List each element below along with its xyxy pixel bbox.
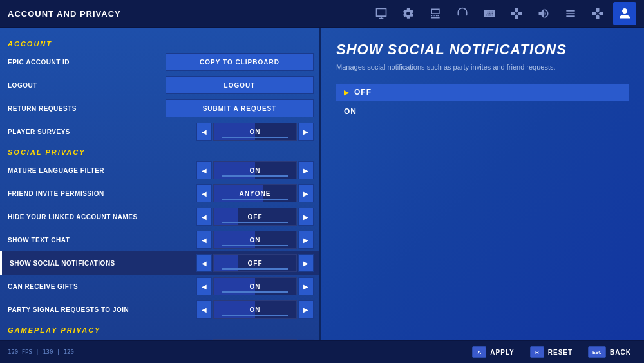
party-signal-value: ON [250, 306, 261, 313]
friend-invite-left[interactable]: ◀ [196, 184, 212, 202]
show-text-chat-value-display: ON [213, 231, 297, 249]
setting-row-show-career[interactable]: SHOW ON CAREER LEADERBOARD ◀ ON ▶ [0, 337, 319, 340]
fps-counter: 120 FPS | 130 | 120 [8, 349, 74, 355]
setting-row-friend-invite[interactable]: FRIEND INVITE PERMISSION ◀ ANYONE ▶ [0, 182, 319, 205]
setting-row-party-signal[interactable]: PARTY SIGNAL REQUESTS TO JOIN ◀ ON ▶ [0, 298, 319, 321]
copy-clipboard-button[interactable]: COPY TO CLIPBOARD [166, 53, 314, 71]
logout-control: LOGOUT [166, 76, 314, 94]
show-career-left[interactable]: ◀ [196, 339, 212, 340]
submit-request-label: SUBMIT A REQUEST [203, 105, 277, 112]
reset-button[interactable]: R RESET [525, 344, 578, 360]
section-social-privacy-header: SOCIAL PRIVACY [0, 143, 319, 159]
submit-request-button[interactable]: SUBMIT A REQUEST [166, 99, 314, 117]
option-off-arrow: ▶ [344, 89, 349, 96]
friend-invite-value-display: ANYONE [213, 184, 297, 202]
option-off[interactable]: ▶ OFF [336, 84, 629, 101]
player-surveys-left[interactable]: ◀ [196, 123, 212, 141]
mature-language-left[interactable]: ◀ [196, 161, 212, 179]
party-signal-label: PARTY SIGNAL REQUESTS TO JOIN [5, 306, 196, 313]
party-signal-right[interactable]: ▶ [298, 300, 314, 319]
setting-row-epic-account-id[interactable]: EPIC ACCOUNT ID COPY TO CLIPBOARD [0, 50, 319, 74]
show-text-chat-control: ◀ ON ▶ [196, 231, 314, 249]
network-icon[interactable] [559, 2, 582, 25]
show-career-control: ◀ ON ▶ [196, 339, 314, 340]
hide-linked-control: ◀ OFF ▶ [196, 208, 314, 226]
detail-description: Manages social notifications such as par… [336, 63, 629, 71]
show-career-right[interactable]: ▶ [298, 339, 314, 340]
back-button[interactable]: ESC BACK [583, 344, 636, 360]
mature-language-value-display: ON [213, 161, 297, 179]
setting-row-can-receive-gifts[interactable]: CAN RECEIVE GIFTS ◀ ON ▶ [0, 275, 319, 298]
reset-label: RESET [548, 349, 573, 356]
keyboard-icon[interactable] [478, 2, 501, 25]
show-social-notifications-right[interactable]: ▶ [298, 254, 314, 272]
logout-button[interactable]: LOGOUT [166, 76, 314, 94]
section-gameplay-privacy-header: GAMEPLAY PRIVACY [0, 321, 319, 337]
reset-key: R [530, 346, 544, 358]
show-social-notifications-label: SHOW SOCIAL NOTIFICATIONS [7, 260, 196, 267]
show-text-chat-left[interactable]: ◀ [196, 231, 212, 249]
person-icon[interactable] [613, 2, 636, 25]
option-on[interactable]: ON [336, 103, 629, 120]
left-panel: ACCOUNT EPIC ACCOUNT ID COPY TO CLIPBOAR… [0, 28, 321, 340]
top-bar: ACCOUNT AND PRIVACY [0, 0, 644, 28]
logout-label: LOGOUT [5, 82, 166, 89]
display-icon[interactable] [424, 2, 447, 25]
gear-icon[interactable] [397, 2, 420, 25]
nav-icons [370, 2, 636, 25]
friend-invite-value: ANYONE [240, 190, 271, 197]
can-receive-gifts-left[interactable]: ◀ [196, 277, 212, 295]
setting-row-mature-language[interactable]: MATURE LANGUAGE FILTER ◀ ON ▶ [0, 159, 319, 182]
section-account-header: ACCOUNT [0, 35, 319, 50]
copy-clipboard-label: COPY TO CLIPBOARD [200, 59, 279, 66]
hide-linked-label: HIDE YOUR LINKED ACCOUNT NAMES [5, 213, 196, 221]
setting-row-show-text-chat[interactable]: SHOW TEXT CHAT ◀ ON ▶ [0, 228, 319, 251]
right-panel: SHOW SOCIAL NOTIFICATIONS Manages social… [321, 28, 644, 340]
mature-language-right[interactable]: ▶ [298, 161, 314, 179]
return-requests-label: RETURN REQUESTS [5, 105, 166, 112]
bottom-bar: 120 FPS | 130 | 120 A APPLY R RESET ESC … [0, 340, 644, 363]
headset-icon[interactable] [451, 2, 474, 25]
show-social-notifications-left[interactable]: ◀ [196, 254, 212, 272]
show-text-chat-right[interactable]: ▶ [298, 231, 314, 249]
show-social-notifications-value: OFF [248, 260, 263, 267]
player-surveys-right[interactable]: ▶ [298, 123, 314, 141]
player-surveys-value-display: ON [213, 123, 297, 141]
show-social-notifications-control: ◀ OFF ▶ [196, 254, 314, 272]
setting-row-hide-linked[interactable]: HIDE YOUR LINKED ACCOUNT NAMES ◀ OFF ▶ [0, 205, 319, 228]
main-content: ACCOUNT EPIC ACCOUNT ID COPY TO CLIPBOAR… [0, 28, 644, 340]
epic-account-id-control: COPY TO CLIPBOARD [166, 53, 314, 71]
player-surveys-control: ◀ ON ▶ [196, 123, 314, 141]
hide-linked-left[interactable]: ◀ [196, 208, 212, 226]
speaker-icon[interactable] [532, 2, 555, 25]
friend-invite-control: ◀ ANYONE ▶ [196, 184, 314, 202]
can-receive-gifts-label: CAN RECEIVE GIFTS [5, 283, 196, 290]
controller-settings-icon[interactable] [505, 2, 528, 25]
setting-row-show-social-notifications[interactable]: SHOW SOCIAL NOTIFICATIONS ◀ OFF ▶ [0, 251, 319, 275]
gamepad-icon[interactable] [586, 2, 609, 25]
setting-row-logout[interactable]: LOGOUT LOGOUT [0, 74, 319, 97]
mature-language-control: ◀ ON ▶ [196, 161, 314, 179]
show-text-chat-label: SHOW TEXT CHAT [5, 237, 196, 244]
logout-btn-label: LOGOUT [224, 82, 256, 89]
monitor-icon[interactable] [370, 2, 393, 25]
party-signal-control: ◀ ON ▶ [196, 300, 314, 319]
player-surveys-label: PLAYER SURVEYS [5, 128, 196, 135]
setting-row-player-surveys[interactable]: PLAYER SURVEYS ◀ ON ▶ [0, 120, 319, 143]
back-label: BACK [610, 349, 631, 356]
setting-row-return-requests[interactable]: RETURN REQUESTS SUBMIT A REQUEST [0, 97, 319, 120]
friend-invite-label: FRIEND INVITE PERMISSION [5, 190, 196, 197]
can-receive-gifts-right[interactable]: ▶ [298, 277, 314, 295]
detail-title: SHOW SOCIAL NOTIFICATIONS [336, 41, 629, 58]
party-signal-value-display: ON [213, 300, 297, 319]
apply-key: A [472, 346, 486, 358]
mature-language-value: ON [250, 167, 261, 174]
can-receive-gifts-value: ON [250, 283, 261, 290]
option-off-label: OFF [354, 88, 372, 97]
party-signal-left[interactable]: ◀ [196, 300, 212, 319]
player-surveys-value: ON [250, 128, 261, 135]
apply-button[interactable]: A APPLY [467, 344, 519, 360]
friend-invite-right[interactable]: ▶ [298, 184, 314, 202]
epic-account-id-label: EPIC ACCOUNT ID [5, 59, 166, 66]
hide-linked-right[interactable]: ▶ [298, 208, 314, 226]
